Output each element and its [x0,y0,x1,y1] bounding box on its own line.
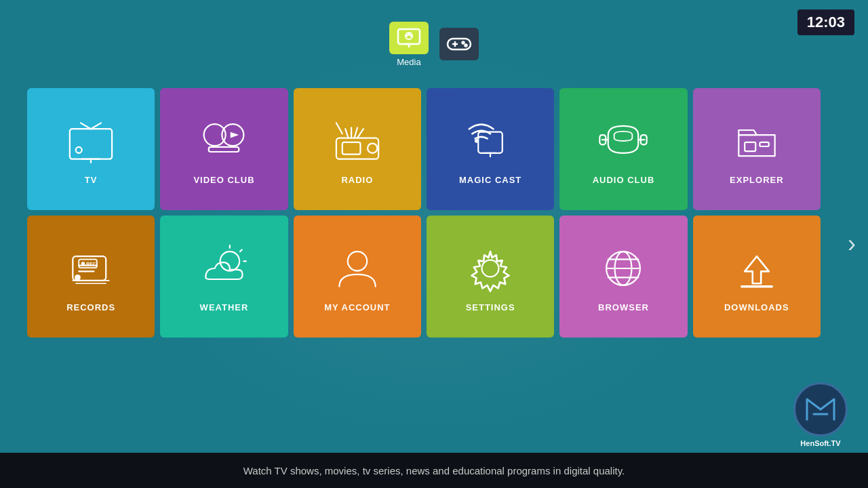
tile-weather-label: WEATHER [200,302,249,312]
svg-text:REC: REC [86,262,96,267]
myaccount-icon [330,241,384,296]
logo: HenSoft.TV [787,381,854,449]
tv-icon [64,114,118,168]
tile-settings-label: SETTINGS [466,302,515,312]
tile-radio[interactable]: RADIO [294,88,421,210]
svg-marker-57 [745,256,769,283]
gamepad-button[interactable] [439,28,479,60]
media-label: Media [397,57,420,67]
svg-rect-4 [448,39,471,49]
svg-point-51 [482,260,499,277]
svg-line-23 [345,129,348,138]
media-icon [389,22,429,54]
clock: 12:03 [797,9,854,35]
tile-magiccast[interactable]: MAGIC CAST [427,88,554,210]
logo-text: HenSoft.TV [800,439,840,447]
tile-tv[interactable]: TV [27,88,155,210]
tile-records-label: RECORDS [66,302,115,312]
tile-tv-label: TV [85,175,98,185]
tile-myaccount[interactable]: MY ACCOUNT [294,216,421,338]
tile-audioclub[interactable]: AUDIO CLUB [559,88,687,210]
svg-rect-27 [478,131,502,152]
tile-records[interactable]: REC RECORDS [27,216,155,338]
tile-audioclub-label: AUDIO CLUB [593,175,655,185]
tile-explorer-label: EXPLORER [730,175,784,185]
audioclub-icon [596,114,650,168]
svg-point-44 [81,262,85,265]
tile-videoclub[interactable]: VIDEO CLUB [160,88,288,210]
svg-line-26 [357,129,363,138]
svg-rect-36 [760,142,768,146]
tile-radio-label: RADIO [341,175,373,185]
svg-rect-20 [342,142,361,154]
gamepad-icon [439,28,479,60]
svg-point-7 [462,42,465,44]
svg-point-30 [475,139,478,142]
tile-videoclub-label: VIDEO CLUB [193,175,254,185]
browser-icon [596,241,650,296]
records-icon: REC [64,241,118,296]
svg-line-22 [336,123,342,134]
svg-rect-0 [398,29,420,44]
svg-point-14 [76,146,82,152]
tile-browser-label: BROWSER [598,302,649,312]
tile-settings[interactable]: SETTINGS [427,216,554,338]
radio-icon [330,114,384,168]
videoclub-icon [197,114,251,168]
svg-line-12 [81,123,91,129]
tile-downloads[interactable]: DOWNLOADS [693,216,821,338]
nav-arrow-right[interactable]: › [848,230,856,258]
explorer-icon [730,114,784,168]
svg-rect-18 [209,146,239,151]
svg-line-13 [91,123,101,129]
svg-line-48 [240,249,242,251]
tile-browser[interactable]: BROWSER [559,216,687,338]
svg-point-40 [75,274,81,280]
logo-circle [793,382,848,436]
tile-weather[interactable]: WEATHER [160,216,288,338]
tile-downloads-label: DOWNLOADS [724,302,789,312]
settings-icon [463,241,517,296]
svg-point-50 [348,251,367,270]
tile-myaccount-label: MY ACCOUNT [324,302,390,312]
downloads-icon [730,241,784,296]
bottom-bar: Watch TV shows, movies, tv series, news … [0,453,868,488]
tile-magiccast-label: MAGIC CAST [459,175,521,185]
top-bar: Media [0,0,868,81]
svg-rect-35 [745,142,755,150]
tiles-grid: TV VIDEO CLUB RA [27,88,821,338]
magiccast-icon [463,114,517,168]
media-button[interactable]: Media [389,22,429,67]
svg-rect-9 [70,129,112,159]
svg-point-8 [465,45,467,47]
bottom-text: Watch TV shows, movies, tv series, news … [243,465,625,476]
weather-icon [197,241,251,296]
svg-marker-17 [231,131,239,138]
svg-line-25 [354,127,357,138]
tile-explorer[interactable]: EXPLORER [693,88,821,210]
svg-point-21 [368,143,377,152]
